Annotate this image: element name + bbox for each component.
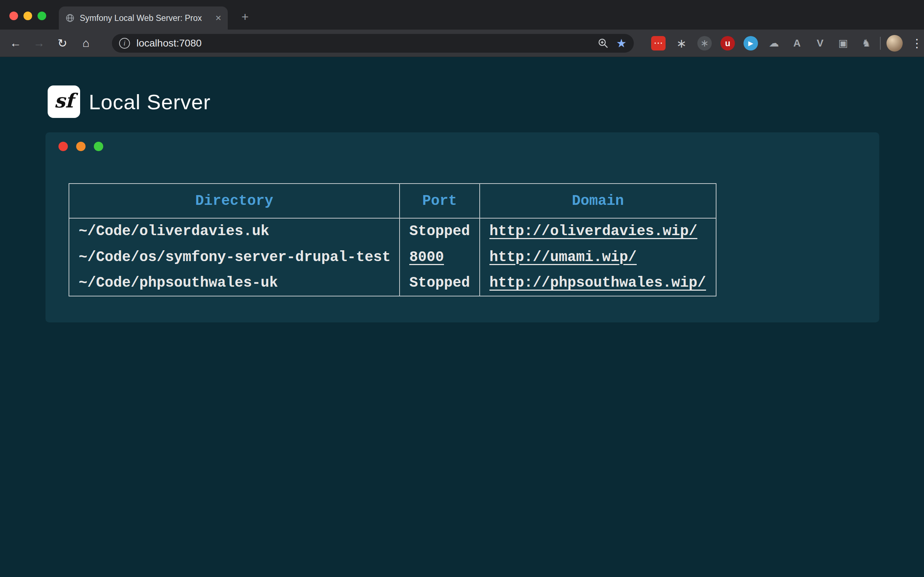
table-row: ~/Code/oliverdavies.uk Stopped http://ol…	[69, 218, 716, 244]
symfony-logo-text: sf	[54, 89, 74, 112]
tab-close-icon[interactable]: ×	[215, 13, 221, 23]
back-button[interactable]: ←	[7, 35, 24, 52]
url-text[interactable]: localhost:7080	[136, 37, 597, 49]
window-close-button[interactable]	[10, 11, 18, 20]
address-bar[interactable]: i localhost:7080 ★	[112, 34, 634, 53]
ublock-extension-icon[interactable]: u	[720, 36, 735, 50]
table-header-row: Directory Port Domain	[69, 184, 716, 218]
browser-menu-icon[interactable]: ⋮	[910, 36, 924, 50]
extensions-bar: ⋯ ∗ ∗ u ▶ ☁ A V ▣ ♞	[651, 36, 874, 50]
site-info-icon[interactable]: i	[119, 38, 130, 49]
page-content: sf Local Server Directory Port Domain ~/…	[0, 57, 924, 577]
domain-cell: http://umami.wip/	[480, 244, 716, 270]
directory-cell: ~/Code/phpsouthwales-uk	[69, 270, 399, 296]
domain-link[interactable]: http://umami.wip/	[489, 249, 637, 266]
dark-gear-extension-icon[interactable]: ∗	[697, 36, 712, 50]
page-title: Local Server	[89, 90, 211, 114]
blue-circle-extension-icon[interactable]: ▶	[743, 36, 758, 50]
zoom-icon[interactable]	[597, 37, 609, 49]
domain-link[interactable]: http://phpsouthwales.wip/	[489, 275, 706, 291]
tab-title: Symfony Local Web Server: Prox	[80, 13, 210, 23]
grid-extension-icon[interactable]: ▣	[836, 36, 850, 50]
domain-cell: http://oliverdavies.wip/	[480, 218, 716, 244]
column-header-port: Port	[399, 184, 480, 218]
browser-toolbar: ← → ↻ ⌂ i localhost:7080 ★ ⋯ ∗ ∗ u ▶ ☁ A…	[0, 29, 924, 57]
domain-link[interactable]: http://oliverdavies.wip/	[489, 223, 697, 239]
new-tab-button[interactable]: +	[237, 9, 253, 24]
cloud-extension-icon[interactable]: ☁	[767, 36, 781, 50]
home-button[interactable]: ⌂	[78, 35, 94, 52]
directory-cell: ~/Code/os/symfony-server-drupal-test	[69, 244, 399, 270]
symfony-logo: sf	[48, 85, 80, 118]
servers-table: Directory Port Domain ~/Code/oliverdavie…	[69, 183, 716, 297]
port-status: Stopped	[399, 270, 480, 296]
letter-v-extension-icon[interactable]: V	[813, 36, 827, 50]
column-header-directory: Directory	[69, 184, 399, 218]
light-gear-extension-icon[interactable]: ∗	[674, 36, 689, 50]
domain-cell: http://phpsouthwales.wip/	[480, 270, 716, 296]
column-header-domain: Domain	[480, 184, 716, 218]
toolbar-separator	[880, 37, 881, 50]
forward-button[interactable]: →	[31, 35, 47, 52]
window-controls	[10, 11, 46, 20]
profile-avatar[interactable]	[887, 35, 903, 52]
letter-a-extension-icon[interactable]: A	[790, 36, 804, 50]
browser-tab[interactable]: Symfony Local Web Server: Prox ×	[59, 6, 228, 29]
table-row: ~/Code/phpsouthwales-uk Stopped http://p…	[69, 270, 716, 296]
red-dot-icon	[58, 142, 68, 151]
orange-dot-icon	[76, 142, 86, 151]
cat-extension-icon[interactable]: ♞	[859, 36, 874, 50]
port-cell: 8000	[399, 244, 480, 270]
reload-button[interactable]: ↻	[54, 35, 71, 52]
terminal-window-dots	[58, 142, 103, 151]
table-row: ~/Code/os/symfony-server-drupal-test 800…	[69, 244, 716, 270]
red-dots-extension-icon[interactable]: ⋯	[651, 36, 666, 50]
port-link[interactable]: 8000	[409, 249, 444, 266]
bookmark-star-icon[interactable]: ★	[616, 37, 627, 49]
server-card: Directory Port Domain ~/Code/oliverdavie…	[45, 132, 879, 322]
tab-strip: Symfony Local Web Server: Prox × +	[0, 0, 924, 29]
window-minimize-button[interactable]	[23, 11, 32, 20]
green-dot-icon	[94, 142, 103, 151]
directory-cell: ~/Code/oliverdavies.uk	[69, 218, 399, 244]
port-status: Stopped	[399, 218, 480, 244]
globe-favicon-icon	[65, 13, 75, 23]
window-zoom-button[interactable]	[37, 11, 46, 20]
